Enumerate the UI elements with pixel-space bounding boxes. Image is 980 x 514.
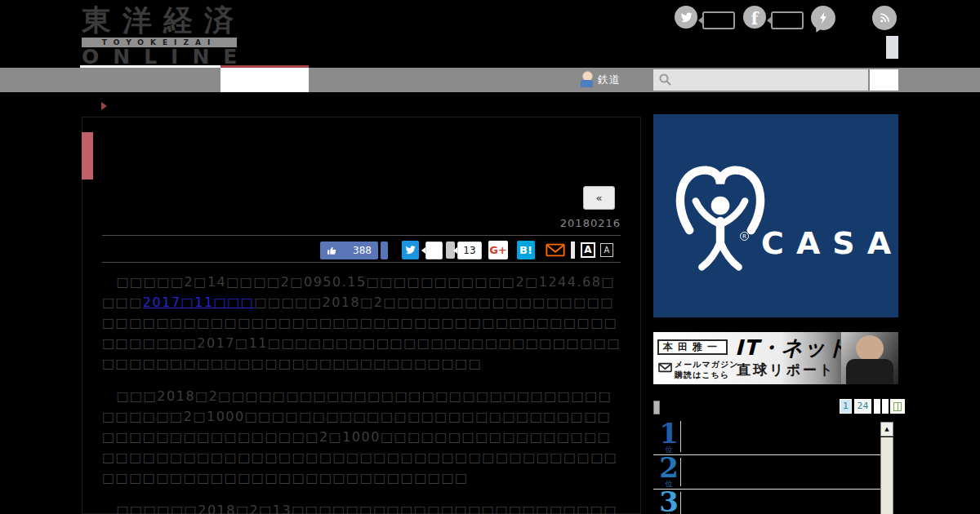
ranking-item-1[interactable] xyxy=(653,419,880,454)
envelope-icon xyxy=(546,243,565,257)
ranking-tab-likes[interactable] xyxy=(890,399,905,414)
rss-waves-icon xyxy=(878,11,891,24)
facebook-like-button[interactable]: 388 xyxy=(320,241,378,259)
ranking-tab-week[interactable] xyxy=(874,399,880,414)
registered-mark: R xyxy=(740,232,749,241)
back-button[interactable]: « xyxy=(583,186,615,210)
photo-head xyxy=(856,335,884,361)
ranking-tab-month[interactable] xyxy=(882,399,889,414)
title-accent-bar xyxy=(82,132,93,179)
twitter-icon[interactable] xyxy=(675,6,697,29)
rank-divider-h1 xyxy=(653,454,880,455)
paragraph-3: □□□□□□2018□2□13□□□□□□□□□□□□□□□□□□□□□□□□□… xyxy=(102,500,621,514)
article-body: □□□□□2□14□□□□2□0950.15□□□□□□□□□□□2□1244.… xyxy=(102,272,621,514)
rss-icon[interactable] xyxy=(872,6,897,30)
rank-1-number: 1 xyxy=(658,419,679,447)
twitter-count-bubble[interactable] xyxy=(702,11,735,29)
tweet-button[interactable] xyxy=(402,241,419,259)
ranking-item-3[interactable] xyxy=(653,490,880,514)
casa-brand-text: CASA xyxy=(761,225,903,261)
bookmark-count-bubble[interactable]: 13 xyxy=(457,241,482,259)
search-submit-button[interactable] xyxy=(870,69,898,91)
rank-divider-h2 xyxy=(653,489,880,490)
newsletter-line-2: 購読はこちら xyxy=(675,370,738,380)
font-size-small-button[interactable]: A xyxy=(600,243,613,257)
nav-active-tab[interactable] xyxy=(220,65,309,92)
rank-2-number: 2 xyxy=(658,454,679,481)
ranking-tab-24hour[interactable]: 24 xyxy=(854,399,871,414)
banner-title: IT・ネット xyxy=(735,334,849,362)
ranking-scroll-up-button[interactable]: ▲ xyxy=(880,422,893,436)
breadcrumb-arrow-icon xyxy=(101,102,107,110)
ranking-header-block xyxy=(653,401,660,414)
tweet-count-bubble[interactable] xyxy=(425,241,443,259)
category-label: 鉄道 xyxy=(598,73,621,87)
thumbs-up-icon xyxy=(327,246,337,256)
rank-divider-v3 xyxy=(680,492,681,514)
twitter-bird-icon xyxy=(680,12,693,23)
photo-body xyxy=(846,359,893,384)
facebook-icon[interactable]: f xyxy=(743,6,766,29)
hatena-bookmark-button[interactable]: B! xyxy=(517,241,535,259)
newsletter-envelope-icon xyxy=(658,362,672,373)
twitter-bird-icon xyxy=(405,246,416,255)
facebook-f-glyph: f xyxy=(751,11,759,27)
paragraph-1: □□□□□2□14□□□□2□0950.15□□□□□□□□□□□2□1244.… xyxy=(102,272,621,374)
facebook-share-button[interactable] xyxy=(381,241,388,259)
font-size-large-button[interactable]: A xyxy=(581,242,595,258)
newsletter-subscribe-text: メールマガジン 購読はこちら xyxy=(675,359,738,380)
divider-top xyxy=(102,235,621,236)
newsletter-line-1: メールマガジン xyxy=(675,359,738,370)
divider-bottom xyxy=(102,262,621,263)
page: 東洋経済 TOYOKEIZAI ONLINE f 鉄道 xyxy=(0,0,980,514)
grid-icon xyxy=(893,402,902,411)
facebook-count-bubble[interactable] xyxy=(771,11,804,29)
paragraph-2: □□□2018□2□□□□□□□□□□□□□□□□□□□□□□□□□□□□□□□… xyxy=(102,386,621,488)
search-icon xyxy=(658,73,672,86)
search-box[interactable] xyxy=(653,69,868,91)
rank-divider-v2 xyxy=(680,458,681,486)
rank-divider-v1 xyxy=(680,421,681,452)
article-date: 20180216 xyxy=(474,217,621,229)
like-count: 388 xyxy=(353,245,372,256)
ranking-item-2[interactable] xyxy=(653,455,880,489)
banner-subtitle: 直球リポート xyxy=(737,361,835,379)
category-badge[interactable]: 鉄道 xyxy=(580,71,621,89)
banner-author-photo xyxy=(841,332,898,384)
search-input[interactable] xyxy=(675,71,866,89)
casa-person-heart-icon xyxy=(666,152,774,274)
banner-author-name: 本田雅一 xyxy=(657,339,728,355)
rank-3-number: 3 xyxy=(658,488,679,514)
category-avatar-icon xyxy=(580,71,594,89)
inline-article-link[interactable]: 2017□11□□□ xyxy=(143,295,255,310)
mail-share-button[interactable] xyxy=(544,241,567,259)
ranking-tab-1hour[interactable]: 1 xyxy=(840,399,852,414)
header-placeholder-block xyxy=(886,36,898,59)
ranking-scrollbar[interactable] xyxy=(880,437,893,514)
site-logo-kanji[interactable]: 東洋経済 xyxy=(82,1,245,41)
lightning-icon xyxy=(817,11,829,24)
share-separator xyxy=(571,241,575,259)
googleplus-share-button[interactable]: G+ xyxy=(488,241,508,259)
